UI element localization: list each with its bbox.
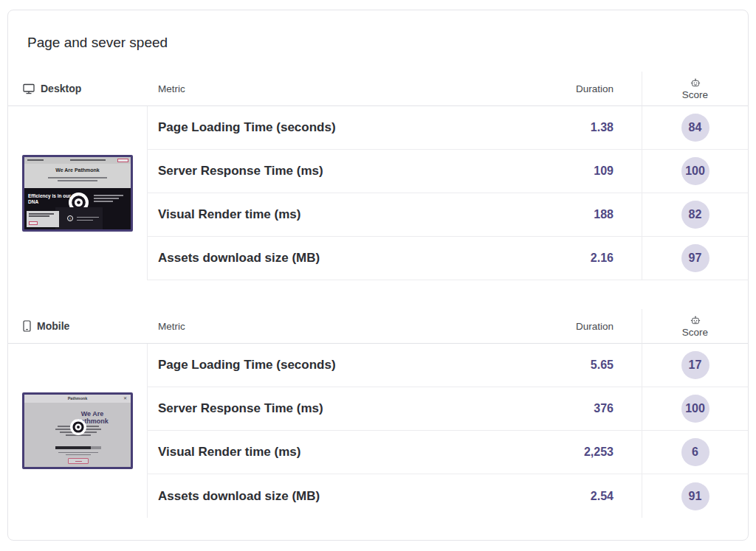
desktop-monitor-icon [23, 83, 35, 94]
score-badge: 17 [681, 351, 709, 379]
score-column-header: Score [642, 309, 748, 344]
desktop-site-screenshot: We Are Pathmonk Efficiency is in our DNA [22, 155, 133, 232]
metric-cell: Server Response Time (ms) [148, 387, 553, 431]
mobile-thumbnail-cell: Pathmonk ✕ We Are Pathmonk [8, 344, 148, 518]
thumb-nav-cta-button [117, 159, 128, 162]
score-cell: 97 [642, 237, 748, 280]
mobile-phone-icon [23, 320, 31, 332]
duration-cell: 2.16 [553, 237, 642, 280]
score-cell: 100 [642, 387, 748, 431]
score-cell: 6 [642, 431, 748, 474]
metric-cell: Visual Render time (ms) [148, 431, 553, 474]
page-title: Page and sever speed [8, 10, 748, 72]
score-column-header: Score [642, 72, 748, 106]
thumb-hero-block: Efficiency is in our DNA ! [24, 188, 131, 229]
score-badge: 97 [681, 244, 709, 272]
device-header-mobile: Mobile [8, 309, 148, 344]
metric-cell: Assets download size (MB) [148, 237, 553, 280]
metric-cell: Visual Render time (ms) [148, 193, 553, 237]
duration-cell: 5.65 [553, 344, 642, 387]
thumb-cta-button [68, 458, 89, 464]
thumb-hero-text: Efficiency is in our DNA [28, 193, 71, 204]
device-header-desktop: Desktop [8, 72, 148, 106]
score-badge: 6 [681, 438, 709, 466]
duration-cell: 188 [553, 193, 642, 237]
alert-icon: ! [67, 215, 73, 221]
score-badge: 82 [681, 201, 709, 229]
thumb-navbar [24, 157, 131, 164]
mobile-section: Mobile Metric Duration Score [8, 309, 748, 518]
thumb-cookie-button [29, 221, 38, 225]
score-badge: 100 [681, 157, 709, 185]
score-cell: 100 [642, 150, 748, 193]
score-header-label: Score [682, 89, 708, 100]
desktop-thumbnail-cell: We Are Pathmonk Efficiency is in our DNA [8, 106, 148, 280]
pathmonk-eye-logo [70, 419, 86, 435]
duration-cell: 376 [553, 387, 642, 431]
thumb-site-heading: We Are Pathmonk [24, 167, 131, 173]
thumb-header-block: We Are Pathmonk [24, 164, 131, 188]
thumb-cookie-card [27, 211, 59, 227]
metric-column-header: Metric [148, 72, 553, 106]
metric-cell: Assets download size (MB) [148, 474, 553, 518]
duration-cell: 1.38 [553, 106, 642, 150]
score-cell: 84 [642, 106, 748, 150]
score-badge: 91 [681, 482, 709, 510]
thumb-browser-bar: Pathmonk ✕ [24, 395, 131, 403]
score-cell: 82 [642, 193, 748, 237]
duration-column-header: Duration [553, 72, 642, 106]
thumb-dark-panel [55, 207, 103, 229]
close-icon: ✕ [123, 395, 127, 403]
thumb-logo-text: Pathmonk [68, 396, 88, 401]
thumb-progress-bar [55, 446, 101, 449]
robot-icon [690, 78, 701, 89]
robot-icon [690, 316, 701, 326]
device-label: Desktop [41, 83, 81, 94]
metric-column-header: Metric [148, 309, 553, 344]
desktop-section: Desktop Metric Duration Score [8, 72, 748, 280]
duration-cell: 2,253 [553, 431, 642, 474]
score-badge: 84 [681, 114, 709, 142]
metric-cell: Page Loading Time (seconds) [148, 344, 553, 387]
metric-cell: Server Response Time (ms) [148, 150, 553, 193]
metric-cell: Page Loading Time (seconds) [148, 106, 553, 150]
score-cell: 91 [642, 474, 748, 518]
duration-cell: 109 [553, 150, 642, 193]
duration-column-header: Duration [553, 309, 642, 344]
score-header-label: Score [682, 327, 708, 338]
duration-cell: 2.54 [553, 474, 642, 518]
mobile-site-screenshot: Pathmonk ✕ We Are Pathmonk [22, 392, 133, 469]
device-label: Mobile [37, 320, 69, 332]
page-speed-report-card: Page and sever speed Desktop Metric Dura… [7, 10, 749, 541]
score-cell: 17 [642, 344, 748, 387]
score-badge: 100 [681, 395, 709, 423]
